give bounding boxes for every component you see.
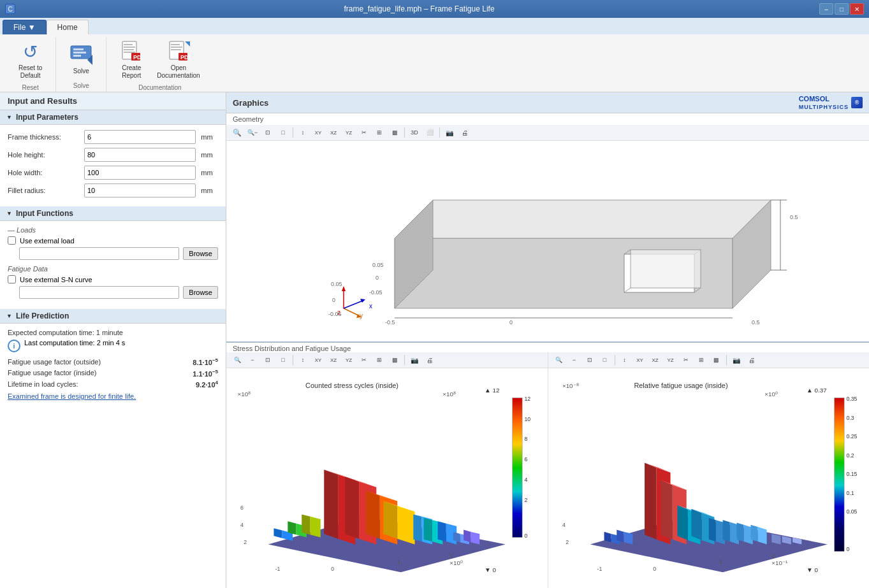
c2-yz[interactable]: YZ — [664, 354, 678, 366]
title-bar-controls: – □ ✕ — [819, 3, 864, 15]
lifetime-value: 9.2·104 — [196, 380, 218, 389]
reset-button[interactable]: ↺ Reset toDefault — [13, 37, 48, 83]
hole-width-input[interactable] — [84, 166, 196, 180]
svg-text:0.1: 0.1 — [846, 490, 854, 496]
main-layout: Input and Results ▼ Input Parameters Fra… — [0, 92, 869, 588]
svg-text:0.5: 0.5 — [752, 319, 760, 326]
view-yz-button[interactable]: YZ — [342, 126, 356, 139]
c1-xz[interactable]: XZ — [326, 354, 340, 366]
toolbar-sep1 — [293, 127, 293, 138]
c2-zoom-in[interactable]: 🔍 — [552, 354, 566, 366]
svg-text:6: 6 — [240, 505, 244, 511]
c1-yz[interactable]: YZ — [342, 354, 356, 366]
svg-text:4: 4 — [524, 477, 527, 483]
svg-rect-9 — [124, 52, 135, 53]
c2-view-reset[interactable]: ↕ — [618, 354, 632, 366]
close-button[interactable]: ✕ — [850, 3, 864, 15]
svg-text:0.05: 0.05 — [331, 281, 342, 287]
c2-xy[interactable]: XY — [633, 354, 647, 366]
load-browse-button[interactable]: Browse — [183, 247, 218, 260]
c2-zoom-out[interactable]: − — [567, 354, 581, 366]
svg-text:PDF: PDF — [133, 54, 143, 61]
c2-render[interactable]: ▩ — [710, 354, 724, 366]
svg-text:-0.5: -0.5 — [385, 319, 395, 326]
zoom-in-button[interactable]: 🔍 — [230, 126, 244, 139]
svg-text:▼ 0: ▼ 0 — [806, 566, 817, 573]
app-icon: C — [5, 4, 15, 14]
use-external-load-checkbox[interactable] — [8, 236, 16, 245]
svg-text:0.2: 0.2 — [846, 452, 854, 459]
c2-zoom-box[interactable]: □ — [598, 354, 612, 366]
load-browse-input[interactable] — [19, 247, 179, 260]
tab-file[interactable]: File ▼ — [3, 20, 47, 34]
wireframe-button[interactable]: ⬜ — [423, 126, 437, 139]
solve-group-label: Solve — [73, 81, 89, 92]
clip-button[interactable]: ✂ — [357, 126, 371, 139]
sn-browse-input[interactable] — [19, 286, 179, 299]
thickness-input[interactable] — [84, 130, 196, 144]
c2-grid[interactable]: ⊞ — [694, 354, 708, 366]
use-sn-curve-row: Use external S-N curve — [8, 275, 218, 283]
view-reset-button[interactable]: ↕ — [296, 126, 310, 139]
c1-grid[interactable]: ⊞ — [372, 354, 386, 366]
geometry-svg: z y x 0.05 0 -0.05 — [286, 155, 809, 327]
input-functions-header[interactable]: ▼ Input Functions — [0, 206, 226, 221]
render-button[interactable]: ▩ — [388, 126, 402, 139]
life-pred-header[interactable]: ▼ Life Prediction — [0, 309, 226, 324]
input-params-label: Input Parameters — [16, 113, 78, 122]
create-report-button[interactable]: PDF CreateReport — [114, 37, 149, 83]
view-xy-button[interactable]: XY — [311, 126, 325, 139]
tab-home[interactable]: Home — [47, 20, 89, 34]
svg-marker-80 — [397, 506, 414, 544]
c1-view-reset[interactable]: ↕ — [296, 354, 310, 366]
svg-text:▲ 0.37: ▲ 0.37 — [806, 387, 826, 394]
c1-render[interactable]: ▩ — [388, 354, 402, 366]
c1-clip[interactable]: ✂ — [357, 354, 371, 366]
c2-clip[interactable]: ✂ — [679, 354, 693, 366]
sn-browse-button[interactable]: Browse — [183, 286, 218, 299]
chart1-svg: Counted stress cycles (inside) ×10⁸ ×10⁸… — [226, 368, 548, 588]
zoom-fit-button[interactable]: ⊡ — [261, 126, 275, 139]
param-row-thickness: Frame thickness: mm — [8, 130, 218, 144]
c1-zoom-fit[interactable]: ⊡ — [261, 354, 275, 366]
c2-screenshot[interactable]: 📷 — [729, 354, 743, 366]
minimize-button[interactable]: – — [819, 3, 833, 15]
print-button[interactable]: 🖨 — [458, 126, 472, 139]
grid-button[interactable]: ⊞ — [372, 126, 386, 139]
screenshot-button[interactable]: 📷 — [442, 126, 456, 139]
fillet-input[interactable] — [84, 183, 196, 197]
zoom-box-button[interactable]: □ — [276, 126, 290, 139]
c1-zoom-out[interactable]: − — [245, 354, 259, 366]
c1-screenshot[interactable]: 📷 — [407, 354, 421, 366]
svg-marker-72 — [324, 470, 338, 538]
c1-zoom-box[interactable]: □ — [276, 354, 290, 366]
view-3d-button[interactable]: 3D — [407, 126, 421, 139]
svg-text:PDF: PDF — [180, 54, 190, 61]
tab-home-label: Home — [57, 23, 78, 32]
left-panel-title: Input and Results — [0, 92, 226, 110]
c1-print[interactable]: 🖨 — [423, 354, 437, 366]
use-sn-curve-checkbox[interactable] — [8, 275, 16, 283]
svg-text:0.5: 0.5 — [790, 214, 798, 220]
finite-life-link[interactable]: Examined frame is designed for finite li… — [8, 392, 218, 400]
comsol-icon: ® — [851, 97, 863, 108]
c2-zoom-fit[interactable]: ⊡ — [583, 354, 597, 366]
c1-xy[interactable]: XY — [311, 354, 325, 366]
view-xz-button[interactable]: XZ — [326, 126, 340, 139]
svg-text:-1: -1 — [597, 566, 602, 572]
maximize-button[interactable]: □ — [835, 3, 849, 15]
open-docs-button[interactable]: PDF OpenDocumentation — [151, 37, 205, 83]
c1-zoom-in[interactable]: 🔍 — [230, 354, 244, 366]
c2-xz[interactable]: XZ — [648, 354, 662, 366]
zoom-out-button[interactable]: 🔍− — [245, 126, 259, 139]
solve-button[interactable]: Solve — [64, 40, 98, 78]
svg-text:10: 10 — [524, 416, 530, 422]
svg-marker-95 — [464, 529, 471, 542]
expected-time-row: Expected computation time: 1 minute — [8, 329, 218, 336]
svg-text:2: 2 — [449, 553, 453, 559]
input-params-header[interactable]: ▼ Input Parameters — [0, 110, 226, 125]
svg-marker-120 — [645, 463, 657, 539]
c2-print[interactable]: 🖨 — [745, 354, 759, 366]
hole-height-input[interactable] — [84, 148, 196, 162]
svg-text:0: 0 — [331, 566, 334, 572]
